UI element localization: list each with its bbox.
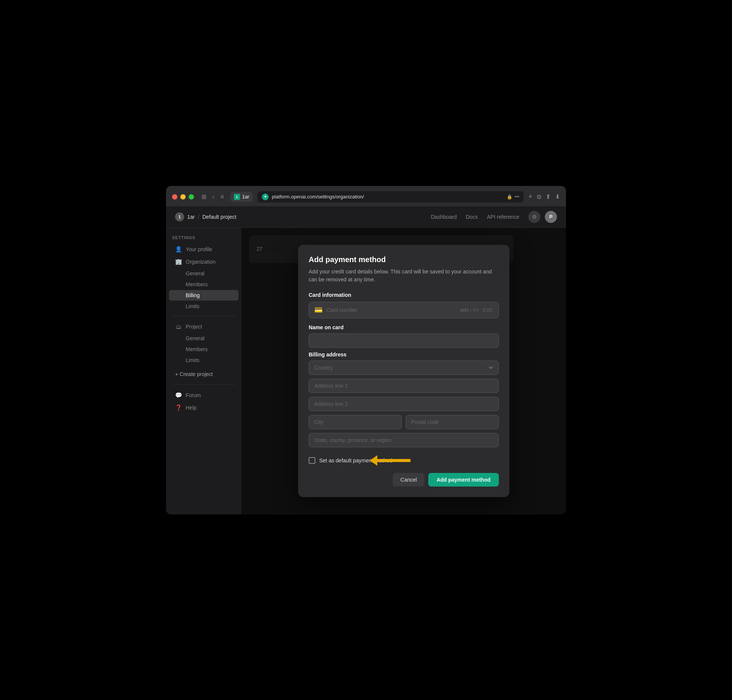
settings-section-label: SETTINGS <box>166 235 241 243</box>
sidebar-sub-item-project-limits[interactable]: Limits <box>169 355 238 365</box>
settings-icon-button[interactable]: ⚙ <box>528 211 540 223</box>
name-on-card-input[interactable] <box>309 333 499 348</box>
country-select[interactable]: Country <box>309 361 499 375</box>
help-icon: ❓ <box>175 404 182 411</box>
sidebar-label-project: Project <box>186 324 202 330</box>
modal-add-payment: Add payment method Add your credit card … <box>298 245 509 497</box>
card-expiry-cvc: MM / YY CVC <box>460 307 493 313</box>
sidebar-label-forum: Forum <box>186 392 201 398</box>
sidebar-item-your-profile[interactable]: 👤 Your profile <box>169 243 238 255</box>
main-content: 27 elete Add payment method Add your cre… <box>241 228 566 514</box>
sidebar-label-members: Members <box>186 281 208 287</box>
arrow-annotation <box>377 459 411 462</box>
docs-link[interactable]: Docs <box>466 214 478 220</box>
address-line-1-input[interactable] <box>309 379 499 393</box>
user-avatar[interactable]: P <box>545 211 557 223</box>
cancel-button[interactable]: Cancel <box>393 473 424 487</box>
app-body: SETTINGS 👤 Your profile 🏢 Organization G… <box>166 228 566 514</box>
sidebar-label-create-project: + Create project <box>175 371 213 377</box>
default-payment-row: Set as default payment method <box>309 457 499 464</box>
stack-icon[interactable]: ≡ <box>219 193 225 201</box>
profile-icon: 👤 <box>175 246 182 253</box>
active-tab[interactable]: 1 1ar <box>230 192 253 202</box>
mm-yy: MM / YY <box>460 307 479 313</box>
arrow-head <box>370 455 377 466</box>
url-text: platform.openai.com/settings/organizatio… <box>272 194 503 200</box>
sidebar-sub-item-limits[interactable]: Limits <box>169 301 238 312</box>
sidebar-sub-item-billing[interactable]: Billing <box>169 290 238 301</box>
share-button[interactable]: ⬆ <box>546 193 551 200</box>
card-number-placeholder: Card number <box>326 307 457 313</box>
address-bar[interactable]: ✦ platform.openai.com/settings/organizat… <box>257 191 524 203</box>
sidebar-item-create-project[interactable]: + Create project <box>169 368 238 380</box>
more-icon[interactable]: ••• <box>515 194 520 200</box>
sidebar-sub-item-general[interactable]: General <box>169 268 238 279</box>
sidebar-item-forum[interactable]: 💬 Forum <box>169 389 238 401</box>
sidebar-divider <box>172 316 235 316</box>
postal-code-input[interactable] <box>406 415 499 429</box>
default-payment-checkbox[interactable] <box>309 457 315 464</box>
sidebar-label-project-general: General <box>186 335 205 341</box>
city-postal-row <box>309 415 499 433</box>
modal-title: Add payment method <box>309 255 499 264</box>
arrow-body <box>377 459 411 462</box>
dashboard-link[interactable]: Dashboard <box>431 214 457 220</box>
browser-controls: ⊞ ‹ ≡ <box>200 193 226 201</box>
sidebar-label-limits: Limits <box>186 303 200 309</box>
org-badge: 1 <box>175 212 184 221</box>
modal-overlay: Add payment method Add your credit card … <box>241 228 566 514</box>
sidebar-label-your-profile: Your profile <box>186 246 212 252</box>
sidebar-sub-item-project-general[interactable]: General <box>169 333 238 344</box>
tab-favicon: 1 <box>234 194 240 200</box>
sidebar-sub-item-project-members[interactable]: Members <box>169 344 238 355</box>
tab-bar: 1 1ar <box>230 192 253 202</box>
sidebar-label-project-members: Members <box>186 346 208 352</box>
address-icons: 🔒 ••• <box>507 194 520 200</box>
add-payment-method-button[interactable]: Add payment method <box>428 473 499 487</box>
project-name[interactable]: Default project <box>202 214 236 220</box>
site-favicon: ✦ <box>262 193 269 200</box>
sidebar-divider-2 <box>172 384 235 385</box>
sidebar-label-general: General <box>186 270 205 276</box>
sidebar-sub-item-members[interactable]: Members <box>169 279 238 290</box>
billing-label: Billing address <box>309 352 499 358</box>
download-button[interactable]: ⬇ <box>555 193 560 200</box>
traffic-lights <box>172 194 194 200</box>
header-icons: ⚙ P <box>528 211 557 223</box>
back-button[interactable]: ‹ <box>211 193 216 201</box>
sidebar-item-project[interactable]: 🗂 Project <box>169 321 238 333</box>
organization-icon: 🏢 <box>175 258 182 265</box>
card-icon: 💳 <box>314 306 323 314</box>
copy-button[interactable]: ⧉ <box>537 193 541 200</box>
address-line-2-input[interactable] <box>309 397 499 411</box>
new-tab-button[interactable]: + <box>528 193 532 201</box>
sidebar-toggle-button[interactable]: ⊞ <box>200 193 208 201</box>
project-icon: 🗂 <box>175 324 182 330</box>
tab-label: 1ar <box>242 194 249 200</box>
sidebar-item-help[interactable]: ❓ Help <box>169 402 238 414</box>
app-header: 1 1ar / Default project Dashboard Docs A… <box>166 206 566 228</box>
sidebar-label-organization: Organization <box>186 259 215 265</box>
sidebar-label-project-limits: Limits <box>186 357 200 363</box>
modal-description: Add your credit card details below. This… <box>309 268 499 284</box>
org-name[interactable]: 1ar <box>187 214 195 220</box>
city-input[interactable] <box>309 415 402 429</box>
maximize-button[interactable] <box>189 194 194 200</box>
sidebar: SETTINGS 👤 Your profile 🏢 Organization G… <box>166 228 241 514</box>
modal-footer: Cancel Add payment method <box>309 473 499 487</box>
card-number-wrapper[interactable]: 💳 Card number MM / YY CVC <box>309 302 499 318</box>
org-nav: 1 1ar / Default project <box>175 212 431 221</box>
breadcrumb-separator: / <box>198 214 199 220</box>
card-info-label: Card information <box>309 292 499 298</box>
name-label: Name on card <box>309 324 499 330</box>
forum-icon: 💬 <box>175 392 182 399</box>
cvc: CVC <box>483 307 493 313</box>
browser-actions: + ⧉ ⬆ ⬇ <box>528 193 560 201</box>
state-input[interactable] <box>309 433 499 447</box>
api-reference-link[interactable]: API reference <box>487 214 519 220</box>
sidebar-label-help: Help <box>186 405 197 411</box>
sidebar-item-organization[interactable]: 🏢 Organization <box>169 256 238 268</box>
minimize-button[interactable] <box>180 194 186 200</box>
close-button[interactable] <box>172 194 177 200</box>
browser-window: ⊞ ‹ ≡ 1 1ar ✦ platform.openai.com/settin… <box>166 186 566 514</box>
